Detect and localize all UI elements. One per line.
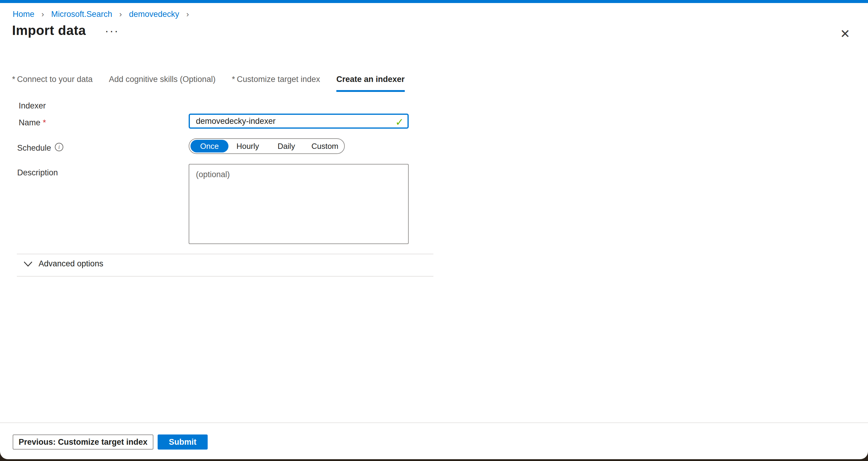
schedule-option-hourly[interactable]: Hourly [228, 142, 267, 151]
schedule-label: Schedule [17, 144, 51, 153]
name-label-text: Name [19, 118, 40, 127]
previous-step-button[interactable]: Previous: Customize target index [13, 434, 153, 450]
advanced-options-label: Advanced options [38, 259, 103, 269]
tab-customize-target-index[interactable]: *Customize target index [232, 75, 320, 92]
indexer-section-label: Indexer [19, 101, 46, 111]
tab-add-cognitive-skills[interactable]: Add cognitive skills (Optional) [109, 75, 216, 92]
required-asterisk: * [43, 118, 46, 127]
divider [17, 276, 433, 277]
portal-top-accent-bar [0, 0, 868, 3]
indexer-name-input[interactable] [189, 114, 409, 129]
tab-connect-to-your-data[interactable]: *Connect to your data [12, 75, 93, 92]
info-icon[interactable]: i [55, 143, 63, 151]
breadcrumb-link-microsoft-search[interactable]: Microsoft.Search [51, 10, 113, 19]
page-title: Import data [12, 23, 86, 38]
schedule-segmented-control: Once Hourly Daily Custom [189, 138, 345, 154]
tab-label: Create an indexer [336, 75, 405, 84]
divider [17, 254, 433, 254]
breadcrumb-separator: › [119, 10, 122, 19]
breadcrumb: Home › Microsoft.Search › demovedecky › [13, 9, 194, 19]
import-data-panel: Home › Microsoft.Search › demovedecky › … [0, 0, 868, 459]
tab-label: Customize target index [237, 75, 320, 84]
name-field-container: ✓ [189, 114, 409, 129]
more-options-icon[interactable]: ··· [105, 25, 119, 37]
advanced-options-toggle[interactable]: Advanced options [24, 259, 103, 269]
schedule-option-custom[interactable]: Custom [306, 142, 344, 151]
breadcrumb-separator: › [186, 10, 189, 19]
submit-button[interactable]: Submit [158, 434, 208, 450]
description-textarea[interactable] [189, 164, 409, 244]
chevron-down-icon [24, 261, 33, 267]
tab-label: Connect to your data [17, 75, 93, 84]
wizard-tabs: *Connect to your data Add cognitive skil… [12, 75, 405, 92]
close-icon[interactable]: ✕ [838, 27, 852, 40]
name-label: Name* [19, 118, 46, 127]
tab-label: Add cognitive skills (Optional) [109, 75, 216, 84]
schedule-option-daily[interactable]: Daily [267, 142, 306, 151]
breadcrumb-link-demovedecky[interactable]: demovedecky [129, 10, 179, 19]
required-marker: * [12, 75, 16, 84]
breadcrumb-link-home[interactable]: Home [13, 10, 34, 19]
breadcrumb-separator: › [41, 10, 44, 19]
schedule-option-once[interactable]: Once [190, 140, 228, 152]
description-label: Description [17, 168, 58, 178]
required-marker: * [232, 75, 235, 84]
footer-divider [0, 423, 868, 423]
tab-create-an-indexer[interactable]: Create an indexer [336, 75, 405, 92]
